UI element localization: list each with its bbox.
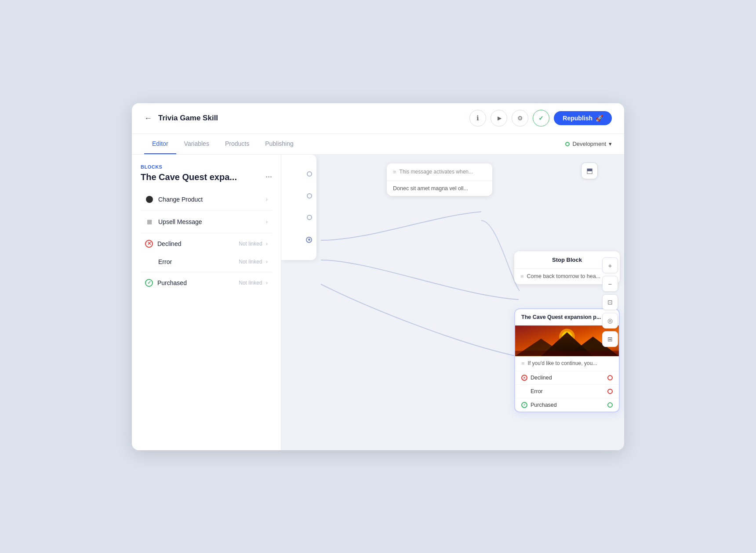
block-item-right-purchased: Not linked › [239,279,268,286]
block-name-error: Error [158,258,172,265]
check-icon: ✓ [538,115,544,122]
nav-tabs: Editor Variables Products Publishing Dev… [132,134,624,155]
partial-dot-3 [307,215,312,220]
tab-editor[interactable]: Editor [144,134,176,154]
block-item-left-error: Error [158,258,172,265]
declined-icon: ✕ [145,240,153,248]
block-item-left-purchased: ✓ Purchased [145,279,187,287]
status-button[interactable]: ✓ [533,110,549,127]
block-item-right-declined: Not linked › [239,240,268,247]
apps-icon: ⊞ [607,336,613,343]
block-item-declined[interactable]: ✕ Declined Not linked › [141,235,272,253]
republish-button[interactable]: Republish 🚀 [554,111,612,125]
main-content: Blocks The Cave Quest expa... ··· Change… [132,155,624,450]
block-item-right-upsell: › [266,218,268,225]
zoom-in-button[interactable]: + [602,257,618,273]
rocket-icon: 🚀 [596,115,603,122]
env-label: Development [572,141,606,147]
declined-not-linked: Not linked [239,241,262,247]
buy-row-left-declined: Declined [521,375,552,381]
error-not-linked: Not linked [239,259,262,265]
block-item-change-product[interactable]: Change Product › [141,190,272,209]
buy-node-purchased-row: Purchased [515,398,619,412]
block-name-purchased: Purchased [157,279,187,286]
buy-node-text-row: ≡ If you'd like to continue, you... [515,356,619,371]
header: ← Trivia Game Skill ℹ ▶ ⚙ ✓ Republish 🚀 [132,103,624,134]
canvas-save-button[interactable]: ⬒ [581,163,598,179]
divider-3 [141,272,272,272]
partial-dot-target [306,237,312,243]
block-item-left-upsell: ▦ Upsell Message [145,217,202,226]
buy-row-left-error: Error [521,388,543,394]
error-row-label: Error [521,388,543,394]
stop-icon: ≡ [520,273,524,280]
block-item-error[interactable]: Error Not linked › [141,253,272,270]
republish-label: Republish [563,115,592,122]
chevron-right-icon-purchased: › [266,279,268,286]
fit-view-button[interactable]: ⊡ [602,294,618,310]
app-window: ← Trivia Game Skill ℹ ▶ ⚙ ✓ Republish 🚀 [132,103,624,450]
back-button[interactable]: ← [144,114,152,123]
right-toolbar: + − ⊡ ◎ ⊞ [602,257,618,347]
buy-node-title: The Cave Quest expansion p... [521,314,601,320]
zoom-in-icon: + [608,262,612,269]
purchased-not-linked: Not linked [239,280,262,286]
header-actions: ℹ ▶ ⚙ ✓ Republish 🚀 [469,110,612,127]
chevron-down-icon: ▾ [609,141,612,147]
partial-node [281,155,316,260]
tab-variables[interactable]: Variables [176,134,217,154]
env-status-dot [565,142,570,146]
header-left: ← Trivia Game Skill [144,114,218,123]
tab-publishing[interactable]: Publishing [257,134,302,154]
block-name-change-product: Change Product [158,196,203,203]
block-item-upsell[interactable]: ▦ Upsell Message › [141,213,272,231]
back-arrow-icon: ← [144,114,152,123]
msg-body-text: Donec sit amet magna vel oll... [393,185,468,192]
purchased-icon: ✓ [145,279,153,287]
buy-node-declined-row: Declined [515,371,619,385]
buy-text-icon: ≡ [521,360,525,367]
block-item-left: Change Product [145,195,203,204]
link-button[interactable]: ⚙ [512,110,528,127]
stop-node-text: Come back tomorrow to hea... [527,273,600,279]
apps-button[interactable]: ⊞ [602,331,618,347]
block-item-left-declined: ✕ Declined [145,240,181,248]
chevron-right-icon-error: › [266,258,268,265]
zoom-out-icon: − [608,280,612,288]
msg-icon: ≡ [393,169,396,175]
block-name-upsell: Upsell Message [158,218,202,225]
sidebar-title: The Cave Quest expa... ··· [141,172,272,182]
purchased-row-label: Purchased [531,402,557,408]
fit-icon: ⊡ [607,299,613,306]
buy-row-left-purchased: Purchased [521,402,557,408]
divider-2 [141,233,272,233]
block-item-right-error: Not linked › [239,258,268,265]
sidebar: Blocks The Cave Quest expa... ··· Change… [132,155,281,450]
play-icon: ▶ [498,115,502,121]
dots-menu-button[interactable]: ··· [265,173,272,182]
chevron-right-icon-upsell: › [266,218,268,225]
play-button[interactable]: ▶ [491,110,507,127]
divider-1 [141,210,272,211]
eye-icon: ◎ [607,317,613,324]
block-name-declined: Declined [157,240,181,247]
message-node: ≡ This message activates when... Donec s… [387,163,492,196]
info-button[interactable]: ℹ [469,110,486,127]
purchased-row-icon [521,402,527,408]
eye-button[interactable]: ◎ [602,313,618,329]
partial-dot-1 [307,171,312,177]
canvas-area: ≡ This message activates when... Donec s… [281,155,624,450]
env-selector[interactable]: Development ▾ [565,141,612,147]
chevron-right-icon: › [266,196,268,202]
grid-icon: ▦ [145,217,154,226]
block-item-purchased[interactable]: ✓ Purchased Not linked › [141,274,272,292]
block-item-right: › [266,196,268,202]
tab-products[interactable]: Products [217,134,257,154]
dark-dot-icon [145,195,154,204]
msg-node-header: ≡ This message activates when... [387,163,492,181]
zoom-out-button[interactable]: − [602,276,618,292]
chevron-right-icon-declined: › [266,240,268,247]
stop-node-title: Stop Block [552,257,582,263]
save-icon: ⬒ [586,166,593,175]
link-icon: ⚙ [517,115,523,122]
